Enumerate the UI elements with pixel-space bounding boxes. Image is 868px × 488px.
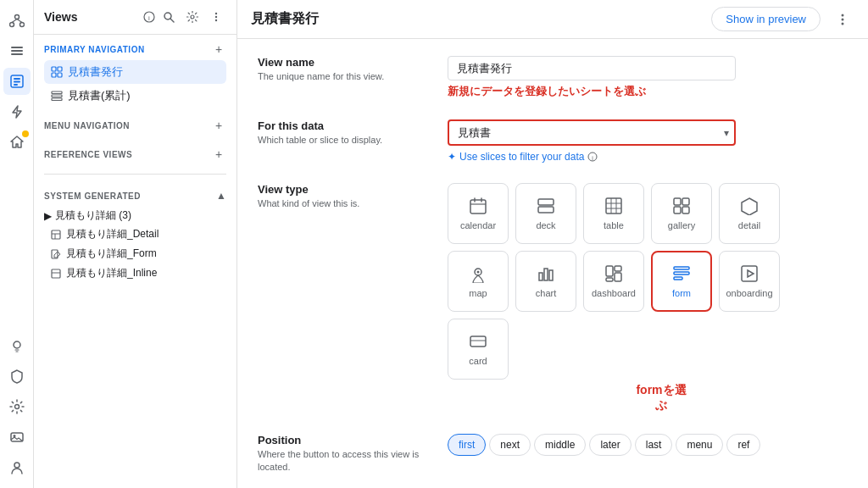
svg-rect-28	[52, 73, 56, 77]
system-item-form[interactable]: 見積もり詳細_Form	[44, 244, 226, 263]
svg-point-24	[215, 16, 217, 18]
reference-views-title: REFERENCE VIEWS	[44, 150, 132, 159]
view-type-detail[interactable]: detail	[719, 183, 780, 244]
info-icon: i	[143, 11, 155, 23]
triangle-icon: ▶	[44, 210, 52, 222]
view-type-deck[interactable]: deck	[515, 183, 576, 244]
deck-view-icon	[537, 197, 555, 215]
detail-view-icon	[740, 197, 759, 215]
icon-bar-item-settings[interactable]	[3, 393, 31, 420]
system-generated-header[interactable]: SYSTEM GENERATED ▲	[44, 186, 226, 205]
view-type-map[interactable]: map	[448, 251, 509, 312]
menu-nav-add-button[interactable]: +	[211, 118, 226, 133]
view-name-annotation: 新規にデータを登録したいシートを選ぶ	[448, 84, 848, 99]
position-middle-button[interactable]: middle	[534, 434, 586, 456]
svg-rect-29	[58, 73, 62, 77]
view-type-label: View type	[258, 183, 427, 196]
view-type-gallery[interactable]: gallery	[651, 183, 712, 244]
position-ref-button[interactable]: ref	[726, 434, 760, 456]
view-name-input[interactable]	[448, 56, 736, 80]
view-type-card-label: card	[469, 356, 487, 366]
svg-point-22	[191, 15, 194, 19]
icon-bar-item-user[interactable]	[3, 454, 31, 481]
grid-icon	[51, 66, 63, 78]
filter-link-text: Use slices to filter your data	[459, 151, 584, 163]
system-generated-title: SYSTEM GENERATED	[44, 191, 141, 201]
icon-bar-item-network[interactable]	[3, 7, 31, 34]
view-type-chart[interactable]: chart	[515, 251, 576, 312]
gear-button[interactable]	[182, 7, 203, 27]
map-view-icon	[469, 264, 487, 283]
calendar-view-icon	[469, 197, 487, 215]
filter-link[interactable]: ✦ Use slices to filter your data i	[448, 151, 848, 163]
onboarding-view-icon	[740, 264, 759, 283]
reference-views-add-button[interactable]: +	[211, 147, 226, 162]
icon-bar-item-list[interactable]	[3, 37, 31, 64]
for-this-data-row: For this data Which table or slice to di…	[258, 119, 848, 163]
svg-point-17	[14, 463, 19, 468]
user-icon	[9, 460, 25, 475]
view-type-dashboard[interactable]: dashboard	[583, 251, 644, 312]
card-view-icon	[469, 332, 487, 351]
reference-views-section: REFERENCE VIEWS +	[34, 140, 236, 169]
system-item-inline[interactable]: 見積もり詳細_Inline	[44, 263, 226, 283]
header-more-button[interactable]	[831, 8, 854, 31]
data-select[interactable]: 見積書	[448, 119, 736, 146]
view-type-form[interactable]: form	[651, 251, 712, 312]
position-desc: Where the button to access this view is …	[258, 448, 427, 474]
show-preview-button[interactable]: Show in preview	[711, 7, 821, 31]
sidebar-item-mitsumori-ruikei[interactable]: 見積書(累計)	[44, 84, 226, 108]
for-this-data-control-col: 見積書 ▾ ✦ Use slices to filter your data i	[448, 119, 848, 163]
list-icon	[9, 43, 25, 58]
view-type-grid: calendar deck table gallery	[448, 183, 848, 380]
svg-rect-7	[11, 53, 23, 55]
menu-nav-title: MENU NAVIGATION	[44, 121, 130, 130]
position-buttons: first next middle later last menu ref	[448, 434, 848, 456]
more-button[interactable]	[206, 7, 226, 27]
position-last-button[interactable]: last	[635, 434, 673, 456]
form-annotation: formを選ぶ	[636, 383, 686, 412]
svg-rect-63	[544, 269, 548, 280]
svg-rect-69	[674, 267, 689, 269]
primary-nav-add-button[interactable]: +	[211, 42, 226, 57]
svg-rect-11	[14, 84, 18, 86]
image-icon	[9, 430, 25, 445]
icon-bar	[0, 0, 34, 488]
icon-bar-item-shield[interactable]	[3, 363, 31, 390]
view-type-table-label: table	[604, 220, 624, 230]
view-type-table[interactable]: table	[583, 183, 644, 244]
position-next-button[interactable]: next	[489, 434, 531, 456]
svg-rect-74	[470, 336, 486, 347]
svg-point-40	[842, 18, 844, 20]
filter-info-icon: i	[587, 152, 598, 162]
svg-rect-33	[52, 230, 60, 239]
system-item-detail[interactable]: 見積もり詳細_Detail	[44, 225, 226, 244]
view-name-label-col: View name The unique name for this view.	[258, 56, 427, 83]
sidebar-item-mitsumori-hakkou[interactable]: 見積書発行	[44, 60, 226, 84]
position-menu-button[interactable]: menu	[676, 434, 723, 456]
icon-bar-item-image[interactable]	[3, 424, 31, 451]
view-type-card[interactable]: card	[448, 319, 509, 380]
view-type-calendar[interactable]: calendar	[448, 183, 509, 244]
icon-bar-item-page[interactable]	[3, 68, 31, 95]
svg-rect-49	[538, 207, 554, 213]
dashboard-view-icon	[604, 264, 623, 283]
system-item-label-detail: 見積もり詳細_Detail	[66, 227, 159, 241]
svg-point-13	[14, 341, 20, 348]
system-group-mitsumori[interactable]: ▶ 見積もり詳細 (3)	[44, 205, 226, 225]
sidebar-header-icons	[159, 7, 226, 27]
svg-line-3	[12, 19, 17, 23]
svg-rect-27	[58, 67, 62, 71]
search-button[interactable]	[159, 7, 179, 27]
position-later-button[interactable]: later	[589, 434, 631, 456]
svg-marker-59	[742, 198, 757, 215]
icon-bar-item-lightning[interactable]	[3, 98, 31, 125]
chart-view-icon	[537, 264, 555, 283]
main-content: 見積書発行 Show in preview View name The uniq…	[237, 0, 868, 488]
svg-rect-9	[14, 78, 20, 80]
view-type-onboarding[interactable]: onboarding	[719, 251, 780, 312]
notification-dot	[22, 130, 29, 137]
icon-bar-item-bulb[interactable]	[3, 332, 31, 359]
icon-bar-item-home[interactable]	[3, 129, 31, 156]
position-first-button[interactable]: first	[448, 434, 486, 456]
